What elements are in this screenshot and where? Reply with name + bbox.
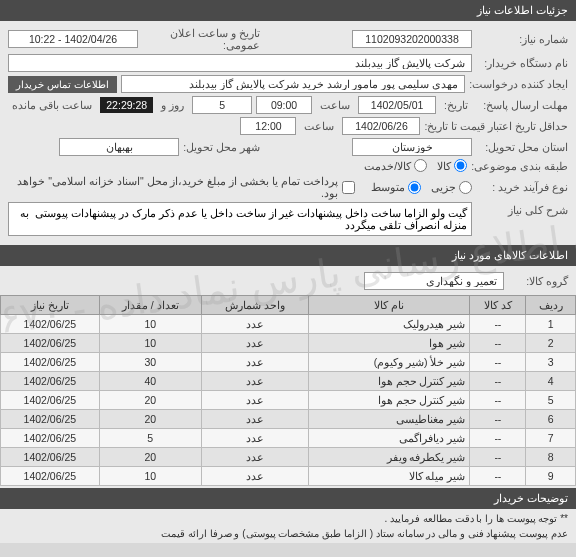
need-no-field[interactable] (352, 30, 472, 48)
announce-field[interactable] (8, 30, 138, 48)
table-cell: شیر خلأ (شیر وکیوم) (309, 353, 470, 372)
treasury-checkbox[interactable] (342, 181, 355, 194)
reply-days[interactable] (192, 96, 252, 114)
form-section: شماره نیاز: تاریخ و ساعت اعلان عمومی: نا… (0, 21, 576, 245)
reply-deadline-date[interactable] (358, 96, 436, 114)
buy-medium-radio[interactable] (408, 181, 421, 194)
table-header: نام کالا (309, 296, 470, 315)
table-cell: شیر هوا (309, 334, 470, 353)
buy-small-radio[interactable] (459, 181, 472, 194)
table-cell: -- (470, 429, 526, 448)
table-cell: 20 (99, 410, 201, 429)
table-cell: عدد (201, 315, 308, 334)
goods-table: ردیفکد کالانام کالاواحد شمارشتعداد / مقد… (0, 295, 576, 486)
table-cell: عدد (201, 391, 308, 410)
valid-date[interactable] (342, 117, 420, 135)
valid-hour[interactable] (240, 117, 296, 135)
table-header: ردیف (526, 296, 576, 315)
table-cell: شیر کنترل حجم هوا (309, 372, 470, 391)
reply-deadline-label: مهلت ارسال پاسخ: (476, 99, 568, 111)
table-cell: شیر دیافراگمی (309, 429, 470, 448)
until-date-label: تاریخ: (444, 99, 468, 111)
table-cell: عدد (201, 467, 308, 486)
treasury-note: پرداخت تمام یا بخشی از مبلغ خرید،از محل … (8, 175, 338, 199)
table-cell: 1402/06/25 (1, 448, 100, 467)
table-cell: -- (470, 391, 526, 410)
table-cell: 8 (526, 448, 576, 467)
table-cell: شیر مغناطیسی (309, 410, 470, 429)
table-cell: 1 (526, 315, 576, 334)
table-header: واحد شمارش (201, 296, 308, 315)
buy-type-radio-group: جزیی متوسط (371, 181, 472, 194)
table-cell: 6 (526, 410, 576, 429)
buy-medium-label: متوسط (371, 181, 405, 193)
cat-goods-label: کالا (437, 160, 451, 172)
table-cell: 5 (526, 391, 576, 410)
table-cell: عدد (201, 429, 308, 448)
table-row[interactable]: 8--شیر یکطرفه ویفرعدد201402/06/25 (1, 448, 576, 467)
table-row[interactable]: 1--شیر هیدرولیکعدد101402/06/25 (1, 315, 576, 334)
remaining-label: ساعت باقی مانده (12, 99, 92, 111)
table-cell: -- (470, 315, 526, 334)
reply-deadline-hour[interactable] (256, 96, 312, 114)
table-cell: 5 (99, 429, 201, 448)
table-cell: شیر هیدرولیک (309, 315, 470, 334)
table-row[interactable]: 5--شیر کنترل حجم هواعدد201402/06/25 (1, 391, 576, 410)
main-panel: جزئیات اطلاعات نیاز شماره نیاز: تاریخ و … (0, 0, 576, 543)
table-cell: 1402/06/25 (1, 410, 100, 429)
cat-goods-radio[interactable] (454, 159, 467, 172)
province-label: استان محل تحویل: (476, 141, 568, 153)
details-header: جزئیات اطلاعات نیاز (0, 0, 576, 21)
desc-textarea[interactable] (8, 202, 472, 236)
table-cell: عدد (201, 448, 308, 467)
city-label: شهر محل تحویل: (183, 141, 260, 153)
reply-hour-label: ساعت (320, 99, 350, 111)
table-cell: 10 (99, 334, 201, 353)
group-field[interactable] (364, 272, 504, 290)
table-cell: عدد (201, 334, 308, 353)
table-cell: عدد (201, 410, 308, 429)
table-cell: 40 (99, 372, 201, 391)
goods-header: اطلاعات کالاهای مورد نیاز (0, 245, 576, 266)
table-row[interactable]: 9--شیر میله کالاعدد101402/06/25 (1, 467, 576, 486)
table-cell: 9 (526, 467, 576, 486)
days-label: روز و (161, 99, 184, 111)
table-row[interactable]: 3--شیر خلأ (شیر وکیوم)عدد301402/06/25 (1, 353, 576, 372)
table-cell: 4 (526, 372, 576, 391)
footer-note-1: ** توجه پیوست ها را با دقت مطالعه فرمایی… (0, 509, 576, 528)
footer-note-2: عدم پیوست پیشنهاد فنی و مالی در سامانه س… (0, 528, 576, 543)
buyer-field[interactable] (8, 54, 472, 72)
table-cell: عدد (201, 372, 308, 391)
table-row[interactable]: 7--شیر دیافراگمیعدد51402/06/25 (1, 429, 576, 448)
countdown-timer: 22:29:28 (100, 97, 153, 113)
table-cell: -- (470, 410, 526, 429)
table-header: تعداد / مقدار (99, 296, 201, 315)
table-cell: 7 (526, 429, 576, 448)
desc-label: شرح کلی نیاز (476, 202, 568, 216)
table-row[interactable]: 2--شیر هواعدد101402/06/25 (1, 334, 576, 353)
table-row[interactable]: 6--شیر مغناطیسیعدد201402/06/25 (1, 410, 576, 429)
contact-buyer-button[interactable]: اطلاعات تماس خریدار (8, 76, 117, 93)
table-cell: 30 (99, 353, 201, 372)
table-row[interactable]: 4--شیر کنترل حجم هواعدد401402/06/25 (1, 372, 576, 391)
cat-service-radio[interactable] (414, 159, 427, 172)
requester-label: ایجاد کننده درخواست: (469, 78, 568, 90)
city-field[interactable] (59, 138, 179, 156)
table-cell: 2 (526, 334, 576, 353)
table-cell: 1402/06/25 (1, 353, 100, 372)
table-cell: عدد (201, 353, 308, 372)
table-cell: 1402/06/25 (1, 391, 100, 410)
buy-small-label: جزیی (431, 181, 456, 193)
province-field[interactable] (352, 138, 472, 156)
table-cell: 1402/06/25 (1, 372, 100, 391)
table-header: کد کالا (470, 296, 526, 315)
cat-label: طبقه بندی موضوعی: (471, 160, 568, 172)
table-header: تاریخ نیاز (1, 296, 100, 315)
buyer-notes-header: توضیحات خریدار (0, 488, 576, 509)
table-cell: -- (470, 353, 526, 372)
requester-field[interactable] (121, 75, 466, 93)
announce-label: تاریخ و ساعت اعلان عمومی: (142, 27, 260, 51)
table-cell: 1402/06/25 (1, 429, 100, 448)
valid-hour-label: ساعت (304, 120, 334, 132)
table-cell: 1402/06/25 (1, 467, 100, 486)
